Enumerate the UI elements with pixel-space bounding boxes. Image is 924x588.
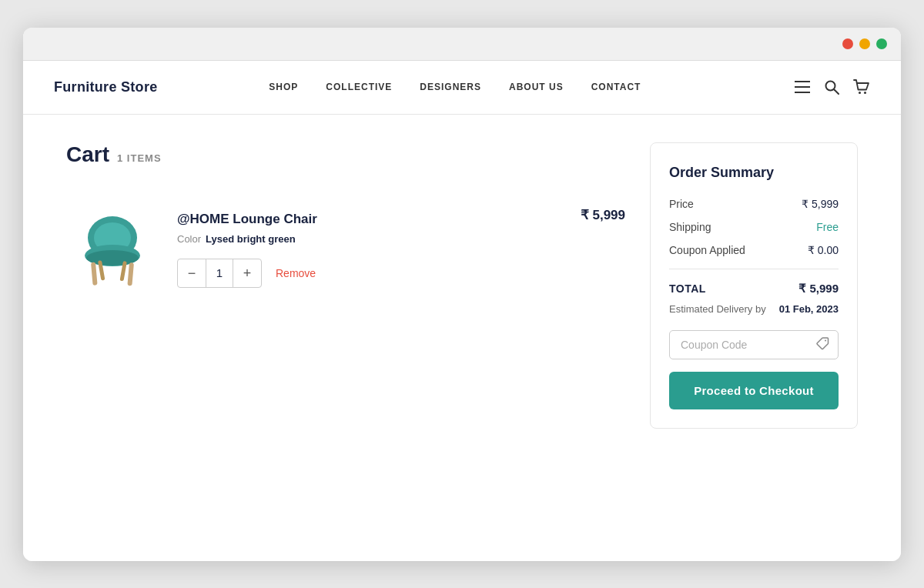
- traffic-lights: [842, 38, 887, 49]
- cart-section: Cart 1 ITEMS: [66, 142, 625, 523]
- order-summary: Order Summary Price ₹ 5,999 Shipping Fre…: [650, 142, 858, 429]
- traffic-light-green[interactable]: [876, 38, 887, 49]
- svg-point-3: [825, 82, 835, 91]
- product-image: [70, 205, 155, 294]
- total-value: ₹ 5,999: [798, 282, 839, 296]
- menu-icon-button[interactable]: [795, 81, 810, 93]
- cart-icon-button[interactable]: [853, 79, 870, 95]
- nav-item-contact[interactable]: CONTACT: [591, 82, 641, 92]
- search-icon: [824, 79, 839, 95]
- title-bar: [23, 28, 901, 61]
- summary-total-row: TOTAL ₹ 5,999: [669, 282, 839, 296]
- quantity-value: 1: [206, 259, 233, 287]
- page-content: Cart 1 ITEMS: [23, 115, 901, 561]
- summary-coupon-row: Coupon Applied ₹ 0.00: [669, 244, 839, 256]
- price-label: Price: [669, 198, 694, 210]
- quantity-increase-button[interactable]: +: [233, 259, 261, 287]
- summary-divider: [669, 269, 839, 269]
- summary-shipping-row: Shipping Free: [669, 221, 839, 233]
- quantity-decrease-button[interactable]: −: [178, 259, 206, 287]
- nav-item-collective[interactable]: COLLECTIVE: [326, 82, 392, 92]
- color-label: Color: [177, 233, 201, 245]
- total-label: TOTAL: [669, 282, 706, 295]
- svg-point-6: [864, 92, 866, 94]
- site-header: Furniture Store SHOP COLLECTIVE DESIGNER…: [23, 61, 901, 115]
- qty-remove-row: − 1 + Remove: [177, 259, 562, 288]
- nav-icons: [795, 79, 870, 95]
- cart-icon: [853, 79, 870, 95]
- price-value: ₹ 5,999: [802, 198, 839, 210]
- menu-icon: [795, 81, 810, 93]
- svg-rect-12: [127, 262, 134, 286]
- product-name: @HOME Lounge Chair: [177, 212, 562, 227]
- remove-item-button[interactable]: Remove: [276, 267, 316, 279]
- site-logo[interactable]: Furniture Store: [54, 79, 158, 95]
- product-image-wrapper: [66, 204, 159, 296]
- nav-item-designers[interactable]: DESIGNERS: [420, 82, 481, 92]
- coupon-applied-label: Coupon Applied: [669, 244, 745, 256]
- nav-item-about[interactable]: ABOUT US: [509, 82, 564, 92]
- product-details: @HOME Lounge Chair Color Lysed bright gr…: [177, 212, 562, 288]
- traffic-light-yellow[interactable]: [859, 38, 870, 49]
- quantity-control: − 1 +: [177, 259, 262, 288]
- svg-point-5: [859, 92, 861, 94]
- product-color-row: Color Lysed bright green: [177, 233, 562, 245]
- color-value: Lysed bright green: [206, 233, 296, 245]
- checkout-button[interactable]: Proceed to Checkout: [669, 372, 839, 409]
- summary-title: Order Summary: [669, 165, 839, 181]
- shipping-label: Shipping: [669, 221, 711, 233]
- svg-rect-0: [795, 81, 810, 82]
- summary-price-row: Price ₹ 5,999: [669, 198, 839, 210]
- cart-count: 1 ITEMS: [117, 152, 162, 164]
- site-nav: SHOP COLLECTIVE DESIGNERS ABOUT US CONTA…: [269, 82, 641, 92]
- browser-window: Furniture Store SHOP COLLECTIVE DESIGNER…: [23, 28, 901, 561]
- nav-item-shop[interactable]: SHOP: [269, 82, 298, 92]
- svg-rect-1: [795, 86, 810, 88]
- cart-title: Cart: [66, 142, 109, 167]
- product-price: ₹ 5,999: [581, 204, 625, 223]
- svg-rect-11: [91, 262, 98, 285]
- coupon-input[interactable]: [669, 330, 839, 359]
- coupon-applied-value: ₹ 0.00: [808, 244, 839, 256]
- delivery-row: Estimated Delivery by 01 Feb, 2023: [669, 303, 839, 315]
- delivery-label: Estimated Delivery by: [669, 303, 766, 315]
- shipping-value: Free: [816, 221, 839, 233]
- traffic-light-red[interactable]: [842, 38, 853, 49]
- search-icon-button[interactable]: [824, 79, 839, 95]
- cart-item: @HOME Lounge Chair Color Lysed bright gr…: [66, 189, 625, 312]
- svg-rect-2: [795, 92, 810, 93]
- coupon-input-wrapper: [669, 330, 839, 359]
- delivery-date: 01 Feb, 2023: [779, 303, 839, 315]
- cart-title-row: Cart 1 ITEMS: [66, 142, 625, 167]
- svg-line-4: [834, 90, 839, 95]
